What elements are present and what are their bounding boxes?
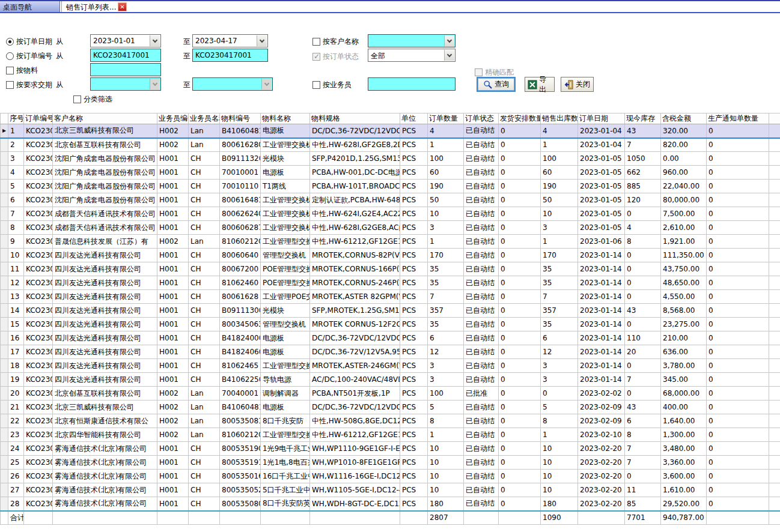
cell-order-status[interactable]: 已自动结: [464, 483, 499, 497]
cell-spec[interactable]: DC/DC,36-72VDC/12VDC,5: [310, 124, 400, 138]
cell-prod-notice-qty[interactable]: 0: [707, 318, 769, 331]
cell-tax-amount[interactable]: 345.00: [661, 373, 707, 387]
cell-order-date[interactable]: 2023-02-02: [578, 387, 625, 401]
cell-tax-amount[interactable]: 7,500.00: [661, 207, 707, 221]
cell-order-status[interactable]: 已自动结: [464, 290, 499, 304]
cell-material-no[interactable]: B09111300: [220, 304, 261, 318]
cell-sales-out-qty[interactable]: 10: [541, 483, 578, 497]
cell-seq[interactable]: 24: [8, 442, 24, 456]
column-header-spec[interactable]: 物料规格: [310, 113, 400, 124]
close-button[interactable]: 关闭: [561, 77, 594, 92]
cell-material-no[interactable]: 8006262405: [220, 207, 261, 221]
cell-customer[interactable]: 四川友达光通科技有限公司: [53, 331, 157, 345]
chevron-down-icon[interactable]: [444, 50, 454, 61]
cell-unit[interactable]: PCS: [400, 193, 428, 207]
cell-sales-out-qty[interactable]: 10: [541, 470, 578, 483]
cell-tax-amount[interactable]: 320.00: [661, 124, 707, 138]
cell-tax-amount[interactable]: 43,750.00: [661, 262, 707, 276]
cell-ship-plan-qty[interactable]: 0: [499, 276, 541, 290]
cell-order-qty[interactable]: 10: [428, 456, 464, 470]
cell-ship-plan-qty[interactable]: 0: [499, 470, 541, 483]
cell-tax-amount[interactable]: 1,610.00: [661, 483, 707, 497]
cell-unit[interactable]: PCS: [400, 401, 428, 414]
table-row[interactable]: 4KCO230105沈阳广角成套电器股份有限公司H001CH70010001电源…: [1, 166, 780, 180]
cell-order-status[interactable]: 已自动结: [464, 152, 499, 166]
cell-ship-plan-qty[interactable]: 0: [499, 235, 541, 249]
cell-salesman-code[interactable]: H001: [157, 442, 189, 456]
cell-order-qty[interactable]: 357: [428, 304, 464, 318]
cell-material-no[interactable]: 8106021202: [220, 428, 261, 442]
cell-material-name[interactable]: T1两线: [261, 180, 310, 193]
row-selector[interactable]: [1, 387, 8, 401]
cell-current-stock[interactable]: 1050: [625, 152, 661, 166]
cell-unit[interactable]: PCS: [400, 207, 428, 221]
cell-ship-plan-qty[interactable]: 0: [499, 207, 541, 221]
customer-checkbox[interactable]: [312, 38, 320, 46]
cell-salesman-name[interactable]: CH: [189, 249, 220, 262]
cell-spec[interactable]: 中性,HW-624I,G2E4,AC220: [310, 207, 400, 221]
cell-tax-amount[interactable]: 400.00: [661, 401, 707, 414]
cell-tax-amount[interactable]: 3,600.00: [661, 470, 707, 483]
cell-material-name[interactable]: 管理型交换机: [261, 249, 310, 262]
cell-salesman-code[interactable]: H001: [157, 276, 189, 290]
cell-seq[interactable]: 19: [8, 373, 24, 387]
cell-unit[interactable]: PCS: [400, 483, 428, 497]
cell-material-name[interactable]: 工业管理型交换机: [261, 235, 310, 249]
cell-material-no[interactable]: 80060640: [220, 249, 261, 262]
cell-unit[interactable]: PCS: [400, 331, 428, 345]
cell-customer[interactable]: 北京创基互联科技有限公司: [53, 387, 157, 401]
cell-tax-amount[interactable]: 4,550.00: [661, 290, 707, 304]
cell-salesman-code[interactable]: H001: [157, 249, 189, 262]
cell-salesman-name[interactable]: CH: [189, 207, 220, 221]
cell-order-date[interactable]: 2023-01-14: [578, 276, 625, 290]
cell-order-qty[interactable]: 8: [428, 414, 464, 428]
cell-tax-amount[interactable]: 1,300.00: [661, 428, 707, 442]
cell-customer[interactable]: 四川友达光通科技有限公司: [53, 345, 157, 359]
cell-customer[interactable]: 沈阳广角成套电器股份有限公司: [53, 193, 157, 207]
cell-prod-notice-qty[interactable]: 0: [707, 166, 769, 180]
cell-order-qty[interactable]: 170: [428, 249, 464, 262]
row-selector[interactable]: [1, 276, 8, 290]
cell-sales-out-qty[interactable]: 7: [541, 290, 578, 304]
cell-prod-notice-qty[interactable]: 0: [707, 152, 769, 166]
cell-salesman-code[interactable]: H002: [157, 235, 189, 249]
cell-salesman-name[interactable]: CH: [189, 331, 220, 345]
cell-unit[interactable]: PCS: [400, 124, 428, 138]
row-selector[interactable]: [1, 138, 8, 152]
cell-seq[interactable]: 13: [8, 290, 24, 304]
order-no-from-input[interactable]: KCO230417001: [90, 49, 161, 62]
cell-unit[interactable]: PCS: [400, 414, 428, 428]
cell-sales-out-qty[interactable]: 10: [541, 442, 578, 456]
cell-seq[interactable]: 8: [8, 221, 24, 235]
cell-unit[interactable]: PCS: [400, 276, 428, 290]
cell-order-status[interactable]: 已自动结: [464, 428, 499, 442]
order-date-from-select[interactable]: 2023-01-01: [90, 34, 161, 47]
cell-order-no[interactable]: KCO230105: [24, 193, 53, 207]
cell-salesman-code[interactable]: H001: [157, 331, 189, 345]
cell-spec[interactable]: WH,W1116-16GE-I,DC12-4: [310, 470, 400, 483]
cell-material-name[interactable]: 导轨电源: [261, 373, 310, 387]
row-selector[interactable]: [1, 235, 8, 249]
cell-seq[interactable]: 16: [8, 331, 24, 345]
cell-current-stock[interactable]: 7: [625, 456, 661, 470]
cell-ship-plan-qty[interactable]: 0: [499, 221, 541, 235]
order-no-to-input[interactable]: KCO230417001: [192, 49, 268, 62]
cell-sales-out-qty[interactable]: 180: [541, 497, 578, 511]
cell-prod-notice-qty[interactable]: 0: [707, 331, 769, 345]
cell-material-name[interactable]: 工业管理交换机: [261, 221, 310, 235]
cell-salesman-code[interactable]: H001: [157, 180, 189, 193]
cell-material-no[interactable]: 8005350520: [220, 483, 261, 497]
cell-order-status[interactable]: 已自动结: [464, 497, 499, 511]
cell-salesman-code[interactable]: H001: [157, 318, 189, 331]
cell-prod-notice-qty[interactable]: 0: [707, 276, 769, 290]
cell-customer[interactable]: 四川友达光通科技有限公司: [53, 373, 157, 387]
table-row[interactable]: 26KCO230220雾海通信技术(北京)有限公司H001CH800535016…: [1, 470, 780, 483]
cell-order-status[interactable]: 已自动结: [464, 221, 499, 235]
cell-salesman-name[interactable]: CH: [189, 180, 220, 193]
cell-seq[interactable]: 18: [8, 359, 24, 373]
cell-sales-out-qty[interactable]: 190: [541, 180, 578, 193]
cell-order-qty[interactable]: 3: [428, 373, 464, 387]
cell-sales-out-qty[interactable]: 3: [541, 359, 578, 373]
cell-order-date[interactable]: 2023-01-14: [578, 373, 625, 387]
cell-order-qty[interactable]: 1: [428, 428, 464, 442]
